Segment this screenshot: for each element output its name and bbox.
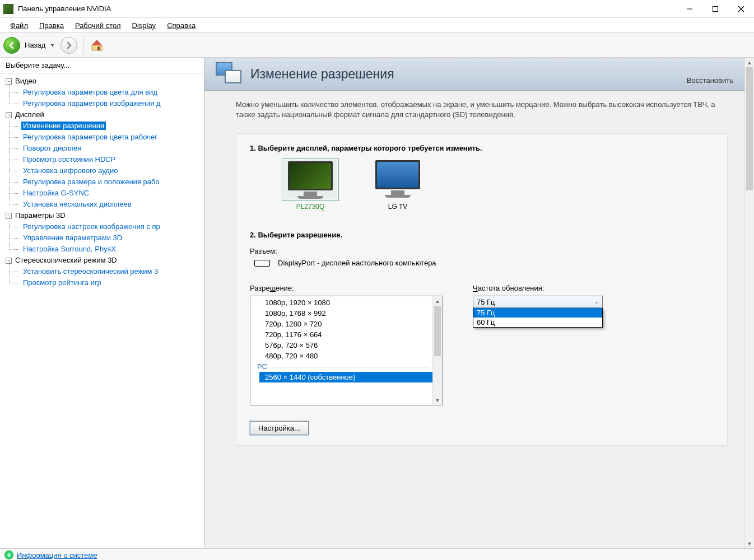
refresh-rate-combo[interactable]: 75 Гц ⌄ <box>473 296 603 308</box>
refresh-rate-label: Частота обновления: <box>473 284 544 292</box>
page-header-icon <box>216 62 243 86</box>
maximize-button[interactable] <box>702 1 728 17</box>
page-title: Изменение разрешения <box>250 67 687 82</box>
displayport-icon <box>254 260 270 267</box>
tree-category[interactable]: −Дисплей <box>1 109 203 120</box>
tree-item[interactable]: Регулировка параметров цвета для вид <box>1 87 203 98</box>
window-title: Панель управления NVIDIA <box>18 4 677 13</box>
resolution-group-pc: PC <box>257 361 440 372</box>
refresh-rate-dropdown: 75 Гц60 Гц <box>473 308 603 328</box>
tree-item[interactable]: Установить стереоскопический режим 3 <box>1 266 203 277</box>
tree-item[interactable]: Регулировка параметров цвета рабочег <box>1 132 203 143</box>
main-panel: Изменение разрешения Восстановить Можно … <box>204 58 754 548</box>
chevron-down-icon: ⌄ <box>594 299 599 305</box>
forward-button[interactable] <box>60 37 77 54</box>
display-label: LG TV <box>371 203 425 211</box>
display-item[interactable]: PL2730Q <box>283 160 337 211</box>
sidebar: Выберите задачу... −ВидеоРегулировка пар… <box>0 58 204 548</box>
toolbar-separator <box>83 37 83 54</box>
menu-display[interactable]: Display <box>127 19 162 32</box>
titlebar: Панель управления NVIDIA <box>0 0 754 18</box>
menu-help[interactable]: Справка <box>161 19 201 32</box>
statusbar: i Информация о системе <box>0 548 754 560</box>
tree-item[interactable]: Просмотр рейтинга игр <box>1 277 203 288</box>
resolution-option[interactable]: 720p, 1280 × 720 <box>262 319 440 329</box>
system-info-link[interactable]: Информация о системе <box>17 551 97 559</box>
tree-item[interactable]: Регулировка размера и положения рабо <box>1 176 203 188</box>
restore-link[interactable]: Восстановить <box>687 76 733 85</box>
resolution-list[interactable]: 1080p, 1920 × 10801080p, 1768 × 992720p,… <box>250 296 443 405</box>
minimize-button[interactable] <box>677 1 702 17</box>
tree-item[interactable]: Регулировка параметров изображения д <box>1 98 203 109</box>
resolution-option-selected[interactable]: 2560 × 1440 (собственное) <box>259 372 440 382</box>
step2-title: 2. Выберите разрешение. <box>250 231 714 239</box>
tree-item[interactable]: Установка цифрового аудио <box>1 165 203 176</box>
back-label: Назад <box>25 41 45 49</box>
resolution-option[interactable]: 1080p, 1920 × 1080 <box>262 297 440 308</box>
resolution-option[interactable]: 480p, 720 × 480 <box>262 351 440 361</box>
page-description: Можно уменьшить количество элементов, от… <box>236 100 728 120</box>
svg-rect-4 <box>97 46 100 50</box>
monitor-icon <box>283 160 337 199</box>
tree-item[interactable]: Установка нескольких дисплеев <box>1 199 203 210</box>
tree-item[interactable]: Управление параметрами 3D <box>1 232 203 244</box>
close-button[interactable] <box>728 1 754 17</box>
resolution-option[interactable]: 1080p, 1768 × 992 <box>262 308 440 319</box>
refresh-rate-value: 75 Гц <box>477 298 495 306</box>
resolution-option[interactable]: 576p, 720 × 576 <box>262 340 440 351</box>
toolbar: Назад ▼ <box>0 33 754 58</box>
resolution-scrollbar[interactable]: ▲▼ <box>432 296 442 405</box>
info-icon: i <box>4 550 13 559</box>
monitor-icon <box>371 160 425 199</box>
resolution-option[interactable]: 720p, 1176 × 664 <box>262 329 440 340</box>
svg-rect-1 <box>713 6 718 11</box>
menubar: Файл Правка Рабочий стол Display Справка <box>0 18 754 33</box>
tree-item[interactable]: Регулировка настроек изображения с пр <box>1 221 203 232</box>
display-item[interactable]: LG TV <box>371 160 425 211</box>
tree-category[interactable]: −Параметры 3D <box>1 210 203 221</box>
tree-category[interactable]: −Стереоскопический режим 3D <box>1 255 203 266</box>
tree-item[interactable]: Поворот дисплея <box>1 143 203 154</box>
menu-file[interactable]: Файл <box>4 19 34 32</box>
resolution-label: Разрешение: <box>250 284 294 292</box>
back-button[interactable] <box>3 37 20 54</box>
tree-item[interactable]: Настройка G-SYNC <box>1 188 203 199</box>
display-label: PL2730Q <box>283 203 337 211</box>
home-button[interactable] <box>89 38 105 53</box>
back-dropdown-icon[interactable]: ▼ <box>50 43 55 48</box>
sidebar-header: Выберите задачу... <box>0 58 204 73</box>
page-header: Изменение разрешения Восстановить <box>204 58 744 91</box>
step1-title: 1. Выберите дисплей, параметры которого … <box>250 144 714 152</box>
refresh-option[interactable]: 75 Гц <box>473 308 602 318</box>
connector-label: Разъем: <box>250 247 714 255</box>
task-tree: −ВидеоРегулировка параметров цвета для в… <box>0 73 204 548</box>
configure-button[interactable]: Настройка... <box>250 421 309 435</box>
tree-item[interactable]: Просмотр состояния HDCP <box>1 154 203 165</box>
tree-item[interactable]: Изменение разрешения <box>1 120 203 132</box>
tree-category[interactable]: −Видео <box>1 76 203 87</box>
menu-desktop[interactable]: Рабочий стол <box>69 19 127 32</box>
tree-item[interactable]: Настройка Surround, PhysX <box>1 244 203 255</box>
main-scrollbar[interactable]: ▲▼ <box>744 58 754 548</box>
connector-value: DisplayPort - дисплей настольного компью… <box>278 259 436 267</box>
app-icon <box>3 4 13 14</box>
refresh-option[interactable]: 60 Гц <box>473 318 602 327</box>
menu-edit[interactable]: Правка <box>34 19 69 32</box>
